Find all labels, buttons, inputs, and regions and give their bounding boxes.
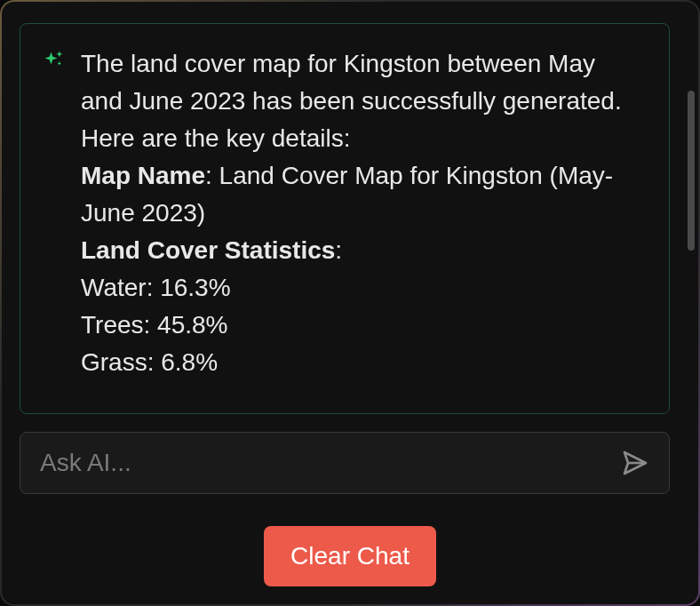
app-frame: The land cover map for Kingston between … <box>0 0 700 606</box>
chat-input-container[interactable]: Ask AI... <box>20 432 670 494</box>
ai-message-content: The land cover map for Kingston between … <box>81 45 637 381</box>
ai-message-container: The land cover map for Kingston between … <box>20 23 670 414</box>
stat-water: Water: 16.3% <box>81 269 637 307</box>
message-map-name: Map Name: Land Cover Map for Kingston (M… <box>81 157 637 232</box>
stats-colon: : <box>335 236 342 264</box>
message-intro: The land cover map for Kingston between … <box>81 45 637 157</box>
map-name-label: Map Name <box>81 162 205 189</box>
ai-message-row: The land cover map for Kingston between … <box>42 45 637 381</box>
sparkle-icon <box>42 49 67 74</box>
send-icon[interactable] <box>621 449 649 477</box>
chat-panel: The land cover map for Kingston between … <box>2 2 698 604</box>
clear-chat-button[interactable]: Clear Chat <box>264 526 436 586</box>
chat-input-placeholder: Ask AI... <box>40 449 621 477</box>
stat-grass: Grass: 6.8% <box>81 344 637 381</box>
message-stats-heading: Land Cover Statistics: <box>81 232 637 269</box>
stats-label: Land Cover Statistics <box>81 236 335 264</box>
scrollbar-thumb[interactable] <box>688 91 695 251</box>
stat-trees: Trees: 45.8% <box>81 307 637 344</box>
